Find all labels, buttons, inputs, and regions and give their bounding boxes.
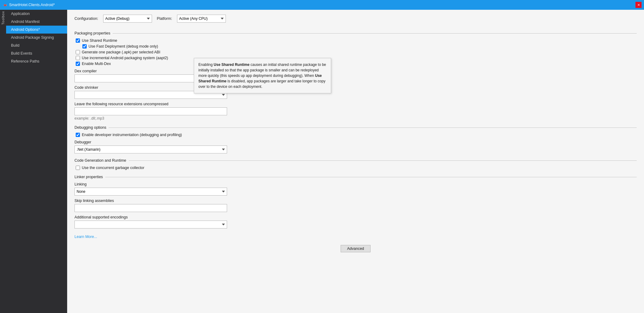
enable-multi-dex-row: Enable Multi-Dex: [74, 62, 637, 66]
use-concurrent-gc-label: Use the concurrent garbage collector: [82, 166, 144, 170]
code-shrinker-label: Code shrinker: [74, 85, 637, 90]
code-gen-runtime-label: Code Generation and Runtime: [74, 158, 126, 163]
enable-dev-instrumentation-label: Enable developer instrumentation (debugg…: [82, 133, 182, 137]
skip-linking-label: Skip linking assemblies: [74, 199, 637, 203]
use-incremental-row: Use incremental Android packaging system…: [74, 56, 637, 60]
debugging-options-section: Debugging options: [74, 125, 637, 130]
packaging-properties-label: Packaging properties: [74, 31, 110, 35]
use-shared-runtime-label: Use Shared Runtime: [82, 38, 117, 43]
enable-dev-instrumentation-checkbox[interactable]: [76, 133, 80, 137]
title-bar-actions: ✕: [635, 2, 642, 8]
additional-encodings-select[interactable]: West European (ISO) Unicode (UTF-8): [74, 221, 227, 228]
toolbox-label: Toolbox: [1, 11, 5, 25]
close-button[interactable]: ✕: [635, 2, 642, 8]
leave-uncompressed-hint: example: .dll;.mp3: [74, 116, 637, 121]
left-nav: Application Android Manifest Android Opt…: [6, 10, 67, 313]
additional-encodings-group: Additional supported encodings West Euro…: [74, 215, 637, 228]
sidebar-item-android-manifest[interactable]: Android Manifest: [6, 18, 67, 26]
additional-encodings-label: Additional supported encodings: [74, 215, 637, 219]
debugging-options-label: Debugging options: [74, 125, 106, 130]
skip-linking-input[interactable]: [74, 204, 227, 212]
skip-linking-group: Skip linking assemblies: [74, 199, 637, 212]
debugging-section-line: [109, 128, 637, 128]
sidebar-item-android-package-signing[interactable]: Android Package Signing: [6, 34, 67, 41]
enable-multi-dex-label: Enable Multi-Dex: [82, 62, 111, 66]
content-area: Configuration: Active (Debug) Debug Rele…: [67, 10, 644, 313]
config-bar: Configuration: Active (Debug) Debug Rele…: [74, 15, 637, 25]
use-fast-deployment-label: Use Fast Deployment (debug mode only): [89, 44, 158, 49]
platform-select[interactable]: Active (Any CPU) Any CPU x86 x64: [177, 15, 226, 23]
dex-compiler-group: Dex compiler d8 dx: [74, 69, 637, 82]
leave-uncompressed-label: Leave the following resource extensions …: [74, 102, 637, 106]
linker-properties-section: Linker properties: [74, 175, 637, 179]
configuration-select-wrapper: Active (Debug) Debug Release: [103, 15, 152, 23]
tooltip-popup: Enabling Use Shared Runtime causes an in…: [194, 58, 331, 93]
configuration-select[interactable]: Active (Debug) Debug Release: [103, 15, 152, 23]
code-gen-runtime-section: Code Generation and Runtime: [74, 158, 637, 163]
dex-compiler-label: Dex compiler: [74, 69, 637, 73]
learn-more-link[interactable]: Learn More...: [74, 235, 97, 239]
configuration-label: Configuration:: [74, 16, 98, 21]
enable-multi-dex-checkbox[interactable]: [76, 62, 80, 66]
packaging-section-line: [113, 33, 637, 34]
packaging-properties-section: Packaging properties: [74, 31, 637, 35]
code-shrinker-group: Code shrinker ProGuard r8: [74, 85, 637, 99]
sidebar-item-reference-paths[interactable]: Reference Paths: [6, 57, 67, 65]
generate-one-package-row: Generate one package (.apk) per selected…: [74, 50, 637, 54]
use-shared-runtime-checkbox[interactable]: [76, 38, 80, 43]
generate-one-package-label: Generate one package (.apk) per selected…: [82, 50, 160, 54]
use-shared-runtime-row: Use Shared Runtime: [74, 38, 637, 43]
sidebar-item-build-events[interactable]: Build Events: [6, 49, 67, 57]
linking-group: Linking None Sdk Assemblies Only Sdk and…: [74, 182, 637, 196]
leave-uncompressed-input[interactable]: [74, 107, 227, 115]
pin-icon[interactable]: 📌: [2, 2, 9, 9]
main-layout: Toolbox Application Android Manifest And…: [0, 10, 644, 313]
use-fast-deployment-checkbox[interactable]: [82, 44, 87, 49]
advanced-button[interactable]: Advanced: [341, 245, 371, 252]
title-bar-title: SmartHotel.Clients.Android*: [9, 3, 55, 7]
debugger-label: Debugger: [74, 140, 637, 144]
linking-select[interactable]: None Sdk Assemblies Only Sdk and User As…: [74, 188, 227, 196]
use-concurrent-gc-checkbox[interactable]: [76, 166, 80, 170]
code-gen-section-line: [129, 160, 637, 161]
sidebar-item-application[interactable]: Application: [6, 10, 67, 18]
title-bar-left: 📌 SmartHotel.Clients.Android*: [2, 2, 55, 7]
use-fast-deployment-row: Use Fast Deployment (debug mode only): [74, 44, 637, 49]
use-incremental-checkbox[interactable]: [76, 56, 80, 60]
linking-label: Linking: [74, 182, 637, 186]
sidebar-item-build[interactable]: Build: [6, 41, 67, 49]
enable-dev-instrumentation-row: Enable developer instrumentation (debugg…: [74, 133, 637, 137]
generate-one-package-checkbox[interactable]: [76, 50, 80, 54]
use-incremental-label: Use incremental Android packaging system…: [82, 56, 168, 60]
use-concurrent-gc-row: Use the concurrent garbage collector: [74, 166, 637, 170]
sidebar-item-android-options[interactable]: Android Options*: [6, 26, 67, 34]
leave-uncompressed-group: Leave the following resource extensions …: [74, 102, 637, 121]
platform-label: Platform:: [157, 16, 172, 21]
linker-section-line: [105, 177, 637, 177]
title-bar: 📌 SmartHotel.Clients.Android* ✕: [0, 0, 644, 10]
bottom-bar: Advanced: [74, 239, 637, 255]
toolbox-bar: Toolbox: [0, 10, 6, 313]
debugger-group: Debugger .Net (Xamarin) None LLDB: [74, 140, 637, 153]
tooltip-text1: Enabling: [198, 63, 214, 67]
tooltip-bold1: Use Shared Runtime: [214, 63, 249, 67]
platform-select-wrapper: Active (Any CPU) Any CPU x86 x64: [177, 15, 226, 23]
linker-properties-label: Linker properties: [74, 175, 103, 179]
debugger-select[interactable]: .Net (Xamarin) None LLDB: [74, 146, 227, 153]
